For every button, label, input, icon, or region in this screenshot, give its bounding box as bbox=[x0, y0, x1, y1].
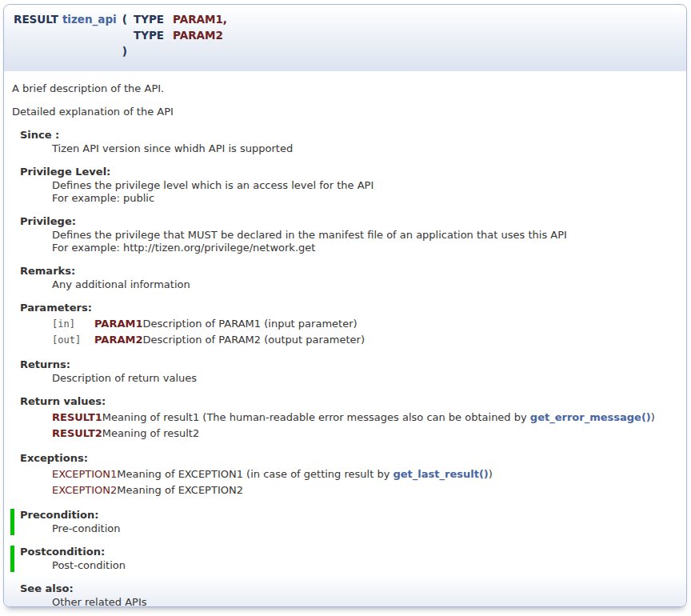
section-returns: Returns: Description of return values bbox=[20, 358, 678, 385]
section-text: Post-condition bbox=[52, 559, 678, 572]
param-name: PARAM2 bbox=[94, 332, 142, 348]
get-error-message-link[interactable]: get_error_message() bbox=[530, 411, 651, 423]
open-paren: ( bbox=[120, 11, 130, 27]
section-text: Defines the privilege that MUST be decla… bbox=[52, 229, 678, 254]
section-privilege-level: Privilege Level: Defines the privilege l… bbox=[20, 166, 678, 205]
section-title: Precondition: bbox=[20, 509, 678, 522]
exception-description: Meaning of EXCEPTION2 bbox=[117, 482, 493, 498]
signature-row-1: RESULTtizen_api ( TYPE PARAM1, bbox=[9, 11, 229, 27]
section-text: Pre-condition bbox=[52, 522, 678, 535]
return-values-list: RESULT1 Meaning of result1 (The human-re… bbox=[52, 410, 678, 442]
section-title: Privilege Level: bbox=[20, 166, 678, 178]
section-parameters: Parameters: [in] PARAM1 Description of P… bbox=[20, 302, 678, 348]
param-direction: [out] bbox=[52, 332, 94, 348]
exception-row: EXCEPTION2 Meaning of EXCEPTION2 bbox=[52, 482, 493, 498]
api-doc-card: RESULTtizen_api ( TYPE PARAM1, TYPE PARA… bbox=[3, 4, 687, 607]
exception-name: EXCEPTION1 bbox=[52, 466, 117, 482]
section-postcondition: Postcondition: Post-condition bbox=[10, 546, 678, 572]
detailed-description: Detailed explanation of the API bbox=[12, 106, 678, 118]
signature-row-2: TYPE PARAM2 bbox=[9, 27, 229, 43]
exception-row: EXCEPTION1 Meaning of EXCEPTION1 (in cas… bbox=[52, 466, 493, 482]
section-text: Any additional information bbox=[52, 278, 678, 291]
param-name: PARAM1, bbox=[166, 11, 229, 27]
exception-description: Meaning of EXCEPTION1 (in case of gettin… bbox=[117, 466, 493, 482]
return-value-row: RESULT1 Meaning of result1 (The human-re… bbox=[52, 410, 655, 426]
section-text: Defines the privilege level which is an … bbox=[52, 179, 678, 205]
section-title: See also: bbox=[20, 582, 678, 595]
exceptions-list: EXCEPTION1 Meaning of EXCEPTION1 (in cas… bbox=[52, 466, 678, 498]
section-title: Return values: bbox=[20, 395, 678, 408]
return-value-row: RESULT2 Meaning of result2 bbox=[52, 426, 655, 442]
section-since: Since : Tizen API version since whidh AP… bbox=[20, 129, 678, 155]
param-name: PARAM1 bbox=[94, 316, 142, 332]
param-type: TYPE bbox=[130, 27, 166, 43]
section-title: Remarks: bbox=[20, 265, 678, 278]
section-privilege: Privilege: Defines the privilege that MU… bbox=[20, 215, 678, 254]
section-return-values: Return values: RESULT1 Meaning of result… bbox=[20, 395, 678, 442]
section-title: Parameters: bbox=[20, 302, 678, 314]
exceptions-table: EXCEPTION1 Meaning of EXCEPTION1 (in cas… bbox=[52, 466, 493, 498]
function-name-link[interactable]: tizen_api bbox=[62, 13, 117, 26]
section-title: Privilege: bbox=[20, 215, 678, 228]
section-see-also: See also: Other related APIs bbox=[20, 582, 678, 607]
param-description: Description of PARAM1 (input parameter) bbox=[142, 316, 365, 332]
section-remarks: Remarks: Any additional information bbox=[20, 265, 678, 291]
section-title: Since : bbox=[20, 129, 678, 142]
parameter-row: [out] PARAM2 Description of PARAM2 (outp… bbox=[52, 332, 365, 348]
section-exceptions: Exceptions: EXCEPTION1 Meaning of EXCEPT… bbox=[20, 452, 678, 498]
param-description: Description of PARAM2 (output parameter) bbox=[142, 332, 365, 348]
parameters-table: [in] PARAM1 Description of PARAM1 (input… bbox=[52, 316, 365, 348]
return-values-table: RESULT1 Meaning of result1 (The human-re… bbox=[52, 410, 655, 442]
result-description: Meaning of result1 (The human-readable e… bbox=[102, 410, 655, 426]
brief-description: A brief description of the API. bbox=[12, 82, 678, 95]
api-doc-body: A brief description of the API. Detailed… bbox=[4, 71, 686, 607]
parameters-list: [in] PARAM1 Description of PARAM1 (input… bbox=[52, 316, 678, 348]
signature-table: RESULTtizen_api ( TYPE PARAM1, TYPE PARA… bbox=[9, 11, 229, 59]
result-name: RESULT2 bbox=[52, 426, 102, 442]
param-name: PARAM2 bbox=[166, 27, 229, 43]
result-description: Meaning of result2 bbox=[102, 426, 655, 442]
param-type: TYPE bbox=[130, 11, 166, 27]
section-title: Postcondition: bbox=[20, 546, 678, 558]
section-text: Other related APIs bbox=[52, 596, 678, 607]
section-title: Returns: bbox=[20, 358, 678, 371]
result-name: RESULT1 bbox=[52, 410, 102, 426]
param-direction: [in] bbox=[52, 316, 94, 332]
section-text: Description of return values bbox=[52, 372, 678, 385]
exception-name: EXCEPTION2 bbox=[52, 482, 117, 498]
section-title: Exceptions: bbox=[20, 452, 678, 465]
close-paren: ) bbox=[120, 43, 130, 59]
parameter-row: [in] PARAM1 Description of PARAM1 (input… bbox=[52, 316, 365, 332]
signature-row-3: ) bbox=[9, 43, 229, 59]
function-signature-header: RESULTtizen_api ( TYPE PARAM1, TYPE PARA… bbox=[4, 11, 686, 71]
return-type: RESULT bbox=[14, 13, 58, 26]
section-precondition: Precondition: Pre-condition bbox=[10, 509, 678, 535]
section-text: Tizen API version since whidh API is sup… bbox=[52, 142, 678, 155]
get-last-result-link[interactable]: get_last_result() bbox=[393, 468, 488, 480]
